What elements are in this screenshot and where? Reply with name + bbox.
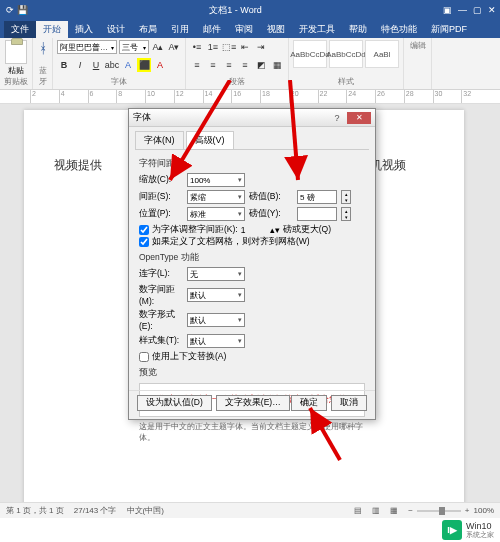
- tab-insert[interactable]: 插入: [68, 21, 100, 38]
- kerning-checkbox[interactable]: [139, 225, 149, 235]
- bullet-list-icon[interactable]: •≡: [190, 40, 204, 54]
- scale-combo[interactable]: 100%: [187, 173, 245, 187]
- number-list-icon[interactable]: 1≡: [206, 40, 220, 54]
- section-opentype: OpenType 功能: [139, 252, 365, 264]
- justify-icon[interactable]: ≡: [238, 58, 252, 72]
- increase-indent-icon[interactable]: ⇥: [254, 40, 268, 54]
- position-stepper[interactable]: ▴▾: [341, 207, 351, 221]
- style-nospacing[interactable]: AaBbCcDd: [329, 40, 363, 68]
- italic-button[interactable]: I: [73, 58, 87, 72]
- numspacing-combo[interactable]: 默认: [187, 288, 245, 302]
- kerning-stepper[interactable]: ▴▾: [270, 225, 280, 235]
- spacing-combo[interactable]: 紧缩: [187, 190, 245, 204]
- tab-layout[interactable]: 布局: [132, 21, 164, 38]
- tab-file[interactable]: 文件: [4, 21, 36, 38]
- text-effects-button[interactable]: 文字效果(E)…: [216, 395, 290, 411]
- dialog-titlebar[interactable]: 字体 ? ✕: [129, 109, 375, 127]
- shrink-font-icon[interactable]: A▾: [167, 40, 181, 54]
- autosave-icon[interactable]: ⟳: [6, 5, 14, 15]
- close-button[interactable]: ✕: [488, 5, 496, 15]
- contextual-checkbox[interactable]: [139, 352, 149, 362]
- horizontal-ruler[interactable]: 2468101214161820222426283032: [0, 90, 500, 104]
- kerning-input[interactable]: 1: [241, 225, 267, 235]
- zoom-value[interactable]: 100%: [474, 506, 494, 515]
- zoom-in-icon[interactable]: +: [465, 506, 470, 515]
- style-normal[interactable]: AaBbCcDd: [293, 40, 327, 68]
- bold-button[interactable]: B: [57, 58, 71, 72]
- text-effects-button[interactable]: A: [121, 58, 135, 72]
- grow-font-icon[interactable]: A▴: [151, 40, 165, 54]
- account-icon[interactable]: ▣: [443, 5, 452, 15]
- tab-review[interactable]: 审阅: [228, 21, 260, 38]
- tab-home[interactable]: 开始: [36, 21, 68, 38]
- status-words[interactable]: 27/143 个字: [74, 505, 117, 516]
- align-right-icon[interactable]: ≡: [222, 58, 236, 72]
- view-print-icon[interactable]: ▥: [372, 506, 380, 515]
- ligature-label: 连字(L):: [139, 268, 183, 280]
- tab-advanced[interactable]: 高级(V): [186, 131, 234, 149]
- font-name-combo[interactable]: 阿里巴巴普…▾: [57, 40, 117, 54]
- multilevel-list-icon[interactable]: ⬚≡: [222, 40, 236, 54]
- strike-button[interactable]: abc: [105, 58, 119, 72]
- bluetooth-icon[interactable]: ᚼ: [37, 40, 48, 56]
- zoom-slider[interactable]: [417, 510, 461, 512]
- cancel-button[interactable]: 取消: [331, 395, 367, 411]
- font-dialog: 字体 ? ✕ 字体(N) 高级(V) 字符间距 缩放(C): 100% 间距(S…: [128, 108, 376, 420]
- font-color-button[interactable]: A: [153, 58, 167, 72]
- numspacing-label: 数字间距(M):: [139, 284, 183, 306]
- zoom-control[interactable]: − + 100%: [408, 506, 494, 515]
- status-bar: 第 1 页，共 1 页 27/143 个字 中文(中国) ▤ ▥ ▦ − + 1…: [0, 502, 500, 518]
- align-left-icon[interactable]: ≡: [190, 58, 204, 72]
- align-center-icon[interactable]: ≡: [206, 58, 220, 72]
- font-size-combo[interactable]: 三号▾: [119, 40, 149, 54]
- view-web-icon[interactable]: ▦: [390, 506, 398, 515]
- set-default-button[interactable]: 设为默认值(D): [137, 395, 212, 411]
- position-pt-input[interactable]: [297, 207, 337, 221]
- style-heading1[interactable]: AaBl: [365, 40, 399, 68]
- maximize-button[interactable]: ▢: [473, 5, 482, 15]
- toolbar-group-font: 阿里巴巴普…▾ 三号▾ A▴ A▾ B I U abc A ⬛ A 字体: [53, 38, 186, 89]
- highlight-button[interactable]: ⬛: [137, 58, 151, 72]
- save-icon[interactable]: 💾: [17, 5, 28, 15]
- spacing-label: 间距(S):: [139, 191, 183, 203]
- spacing-stepper[interactable]: ▴▾: [341, 190, 351, 204]
- help-icon[interactable]: ?: [329, 113, 345, 123]
- dialog-close-button[interactable]: ✕: [347, 112, 371, 124]
- dialog-title: 字体: [133, 111, 329, 124]
- tab-developer[interactable]: 开发工具: [292, 21, 342, 38]
- toolbar-group-paragraph: •≡ 1≡ ⬚≡ ⇤ ⇥ ≡ ≡ ≡ ≡ ◩ ▦ 段落: [186, 38, 289, 89]
- spacing-pt-input[interactable]: 5 磅: [297, 190, 337, 204]
- grid-checkbox[interactable]: [139, 237, 149, 247]
- tab-pdf[interactable]: 新闻PDF: [424, 21, 474, 38]
- tab-font[interactable]: 字体(N): [135, 131, 184, 149]
- view-read-icon[interactable]: ▤: [354, 506, 362, 515]
- position-combo[interactable]: 标准: [187, 207, 245, 221]
- borders-icon[interactable]: ▦: [270, 58, 284, 72]
- paste-button[interactable]: 粘贴: [4, 40, 28, 76]
- editing-group-label: 编辑: [408, 40, 427, 51]
- minimize-button[interactable]: —: [458, 5, 467, 15]
- tab-help[interactable]: 帮助: [342, 21, 374, 38]
- window-titlebar: ⟳ 💾 文档1 - Word ▣ — ▢ ✕: [0, 0, 500, 20]
- status-page[interactable]: 第 1 页，共 1 页: [6, 505, 64, 516]
- tab-view[interactable]: 视图: [260, 21, 292, 38]
- tab-references[interactable]: 引用: [164, 21, 196, 38]
- status-lang[interactable]: 中文(中国): [127, 505, 164, 516]
- ligature-combo[interactable]: 无: [187, 267, 245, 281]
- styleset-combo[interactable]: 默认: [187, 334, 245, 348]
- zoom-out-icon[interactable]: −: [408, 506, 413, 515]
- ok-button[interactable]: 确定: [291, 395, 327, 411]
- paste-label: 粘贴: [8, 65, 24, 76]
- decrease-indent-icon[interactable]: ⇤: [238, 40, 252, 54]
- underline-button[interactable]: U: [89, 58, 103, 72]
- tab-special[interactable]: 特色功能: [374, 21, 424, 38]
- contextual-label: 使用上下文替换(A): [152, 351, 226, 363]
- section-char-spacing: 字符间距: [139, 158, 365, 170]
- shading-icon[interactable]: ◩: [254, 58, 268, 72]
- kerning-unit: 磅或更大(Q): [283, 224, 331, 236]
- numform-combo[interactable]: 默认: [187, 313, 245, 327]
- bluetooth-group-label: 蓝牙: [37, 65, 48, 87]
- position-pt-label: 磅值(Y):: [249, 208, 293, 220]
- tab-mailings[interactable]: 邮件: [196, 21, 228, 38]
- tab-design[interactable]: 设计: [100, 21, 132, 38]
